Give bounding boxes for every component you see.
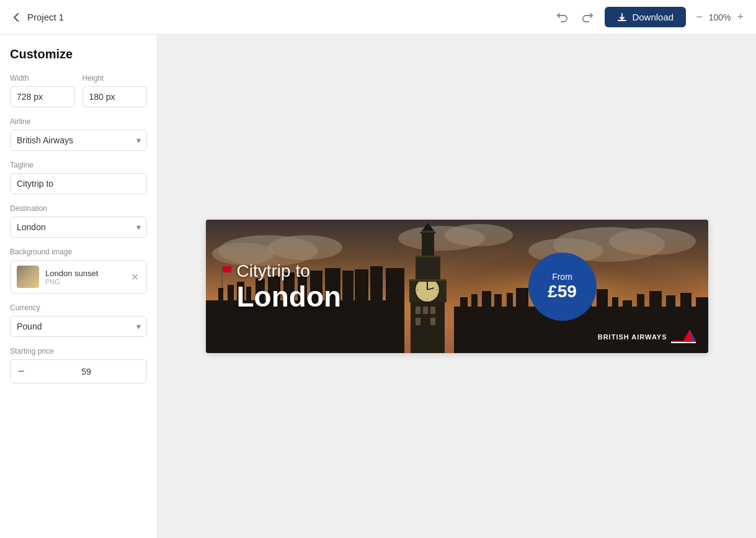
svg-rect-63 [637, 294, 644, 308]
banner-tagline: Citytrip to [237, 261, 342, 280]
svg-rect-67 [696, 297, 708, 308]
price-value: 59 [558, 282, 577, 301]
starting-price-label: Starting price [10, 347, 147, 356]
height-input[interactable] [82, 86, 148, 107]
svg-rect-26 [223, 266, 231, 272]
svg-rect-60 [597, 289, 608, 308]
topbar: Project 1 Download − 100% + [0, 0, 756, 35]
bg-image-name: London sunset [45, 269, 123, 278]
airline-label: Airline [10, 117, 147, 126]
svg-rect-31 [416, 318, 420, 325]
canvas-area: Citytrip to London From £59 BRITISH AIRW… [158, 35, 756, 538]
bg-image-label: Background image [10, 248, 147, 256]
svg-rect-69 [671, 341, 696, 342]
destination-select-wrap: London Paris New York Amsterdam ▾ [10, 217, 147, 238]
currency-group: Currency Pound Euro Dollar ▾ [10, 303, 147, 337]
svg-rect-32 [430, 318, 435, 325]
svg-point-9 [445, 224, 513, 246]
airline-select[interactable]: British Airways Lufthansa Air France KLM [10, 130, 147, 151]
zoom-out-button[interactable]: − [693, 9, 705, 25]
airline-group: Airline British Airways Lufthansa Air Fr… [10, 117, 147, 151]
svg-rect-46 [416, 256, 440, 258]
zoom-in-button[interactable]: + [734, 9, 746, 25]
svg-rect-45 [409, 279, 447, 281]
topbar-left: Project 1 [10, 11, 64, 24]
download-label: Download [632, 12, 674, 22]
svg-rect-11 [218, 288, 223, 303]
price-input[interactable] [32, 367, 141, 377]
svg-rect-47 [422, 231, 434, 233]
currency-select-wrap: Pound Euro Dollar ▾ [10, 316, 147, 337]
svg-rect-22 [355, 269, 368, 303]
svg-rect-12 [228, 285, 234, 303]
currency-select[interactable]: Pound Euro Dollar [10, 316, 147, 337]
svg-point-6 [609, 228, 696, 255]
airline-logo-block: BRITISH AIRWAYS [598, 330, 696, 344]
svg-rect-42 [416, 257, 440, 282]
redo-button[interactable] [579, 8, 597, 27]
height-label: Height [82, 74, 148, 83]
svg-rect-61 [612, 297, 618, 308]
download-button[interactable]: Download [605, 7, 686, 27]
price-from-label: From [552, 272, 572, 282]
undo-button[interactable] [553, 8, 571, 27]
tagline-input[interactable] [10, 173, 147, 194]
svg-rect-29 [423, 307, 428, 314]
svg-rect-43 [422, 232, 434, 258]
airline-logo-text: BRITISH AIRWAYS [598, 333, 667, 341]
tagline-group: Tagline [10, 161, 147, 194]
destination-label: Destination [10, 204, 147, 213]
airline-select-wrap: British Airways Lufthansa Air France KLM… [10, 130, 147, 151]
svg-rect-28 [416, 307, 420, 314]
svg-rect-66 [680, 293, 692, 308]
bg-image-group: Background image London sunset PNG ✕ [10, 248, 147, 294]
svg-rect-65 [666, 295, 675, 308]
svg-rect-64 [649, 291, 662, 308]
price-decrement-button[interactable]: − [11, 360, 32, 383]
back-button[interactable] [10, 11, 22, 24]
topbar-right: Download − 100% + [553, 7, 746, 27]
height-group: Height [82, 74, 148, 107]
svg-rect-30 [430, 307, 435, 314]
price-amount: £59 [548, 282, 577, 302]
destination-group: Destination London Paris New York Amster… [10, 204, 147, 238]
svg-point-3 [268, 235, 342, 260]
zoom-level: 100% [709, 12, 731, 22]
banner-destination: London [237, 280, 342, 312]
destination-select[interactable]: London Paris New York Amsterdam [10, 217, 147, 238]
banner-text-block: Citytrip to London [237, 261, 342, 312]
currency-label: Currency [10, 303, 147, 312]
dimensions-row: Width Height [10, 74, 147, 107]
svg-rect-53 [507, 293, 513, 308]
airline-logo-icon [671, 330, 696, 344]
price-circle: From £59 [528, 253, 597, 321]
zoom-controls: − 100% + [693, 9, 746, 25]
starting-price-group: Starting price − + [10, 347, 147, 383]
tagline-label: Tagline [10, 161, 147, 169]
bg-remove-button[interactable]: ✕ [130, 270, 140, 284]
sidebar: Customize Width Height Airline British A… [0, 35, 158, 538]
main-layout: Customize Width Height Airline British A… [0, 35, 756, 538]
bg-image-row: London sunset PNG ✕ [10, 260, 147, 294]
bg-thumbnail [17, 266, 39, 288]
svg-rect-21 [342, 271, 354, 303]
svg-rect-52 [494, 294, 502, 308]
svg-rect-24 [386, 268, 404, 303]
width-label: Width [10, 74, 75, 83]
svg-rect-51 [482, 291, 491, 308]
svg-rect-50 [471, 294, 478, 308]
sidebar-title: Customize [10, 47, 147, 61]
svg-rect-54 [516, 288, 528, 308]
svg-rect-25 [221, 266, 223, 288]
price-currency-symbol: £ [548, 282, 558, 301]
width-group: Width [10, 74, 75, 107]
svg-rect-23 [370, 266, 383, 303]
bg-info: London sunset PNG [45, 269, 123, 285]
svg-rect-62 [623, 300, 632, 308]
width-input[interactable] [10, 86, 75, 107]
bg-image-type: PNG [45, 278, 123, 285]
price-increment-button[interactable]: + [141, 360, 147, 383]
price-stepper: − + [10, 359, 147, 383]
project-title: Project 1 [27, 12, 64, 22]
banner-preview: Citytrip to London From £59 BRITISH AIRW… [206, 220, 708, 353]
